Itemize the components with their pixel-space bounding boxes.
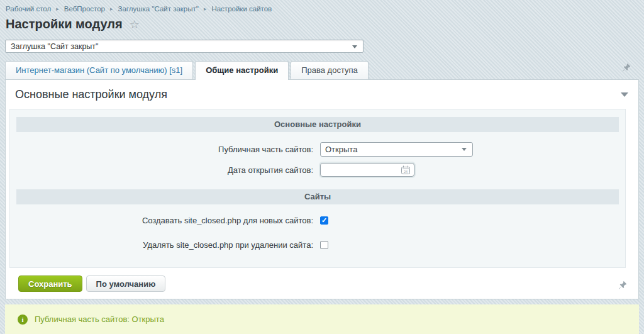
tab-label: Интернет-магазин (Сайт по умолчанию) [s1…: [16, 65, 182, 75]
module-settings-page: { "breadcrumb": { "separator": "\u25b8",…: [0, 0, 644, 334]
tab-site-s1[interactable]: Интернет-магазин (Сайт по умолчанию) [s1…: [5, 61, 193, 79]
open-date-input[interactable]: [323, 164, 401, 175]
tab-label: Права доступа: [301, 65, 358, 75]
delete-file-checkbox[interactable]: [320, 241, 328, 249]
form-row-create-file: Создавать site_closed.php для новых сайт…: [16, 216, 619, 225]
notification-bar: i Публичная часть сайтов: Открыта: [5, 304, 639, 334]
create-file-checkbox[interactable]: [320, 216, 328, 225]
section-title: Основные настройки модуля: [15, 88, 167, 101]
module-select[interactable]: Заглушка "Сайт закрыт": [5, 40, 364, 53]
default-button[interactable]: По умолчанию: [86, 276, 166, 292]
tab-access-rights[interactable]: Права доступа: [291, 61, 369, 79]
pin-icon[interactable]: [618, 281, 627, 292]
breadcrumb-separator-icon: ▸: [56, 6, 59, 12]
field-label: Дата открытия сайтов:: [16, 165, 318, 175]
chevron-down-icon: [352, 45, 357, 48]
group-header-main: Основные настройки: [16, 117, 619, 132]
field-label: Создавать site_closed.php для новых сайт…: [16, 216, 318, 225]
breadcrumb-separator-icon: ▸: [110, 6, 113, 12]
calendar-icon[interactable]: 24: [401, 165, 410, 174]
breadcrumb-item-desktop[interactable]: Рабочий стол: [6, 5, 51, 13]
breadcrumb-item-vendor[interactable]: ВебПростор: [64, 5, 105, 13]
form-row-delete-file: Удалять site_closed.php при удалении сай…: [16, 240, 619, 250]
settings-form: Основные настройки Публичная часть сайто…: [9, 109, 626, 268]
tab-label: Общие настройки: [206, 65, 278, 75]
breadcrumb-item-module[interactable]: Заглушка "Сайт закрыт": [118, 5, 199, 13]
svg-text:24: 24: [404, 170, 408, 174]
tab-bar: Интернет-магазин (Сайт по умолчанию) [s1…: [5, 61, 644, 79]
module-select-value: Заглушка "Сайт закрыт": [11, 42, 99, 51]
notification-text: Публичная часть сайтов: Открыта: [35, 315, 164, 324]
page-title: Настройки модуля: [6, 17, 123, 31]
button-row: Сохранить По умолчанию: [6, 268, 638, 293]
title-row: Настройки модуля ☆: [6, 17, 644, 31]
save-button[interactable]: Сохранить: [18, 276, 82, 292]
panel-header: Основные настройки модуля: [6, 80, 638, 109]
group-header-sites: Сайты: [16, 189, 619, 204]
field-label: Удалять site_closed.php при удалении сай…: [16, 240, 318, 250]
info-icon: i: [18, 315, 28, 325]
settings-panel: Основные настройки модуля Основные настр…: [5, 79, 639, 299]
breadcrumb-separator-icon: ▸: [204, 6, 207, 12]
breadcrumb-item-site-settings[interactable]: Настройки сайтов: [211, 5, 272, 13]
public-part-select[interactable]: Открыта: [320, 142, 473, 157]
public-part-select-value: Открыта: [325, 145, 357, 154]
collapse-section-icon[interactable]: [621, 92, 628, 97]
breadcrumb: Рабочий стол ▸ ВебПростор ▸ Заглушка "Са…: [0, 0, 644, 13]
form-row-open-date: Дата открытия сайтов: 24: [16, 163, 619, 177]
field-label: Публичная часть сайтов:: [16, 145, 318, 154]
favorite-star-icon[interactable]: ☆: [130, 19, 140, 30]
open-date-box: 24: [320, 163, 414, 177]
chevron-down-icon: [462, 148, 467, 151]
tab-general-settings[interactable]: Общие настройки: [195, 61, 289, 80]
form-row-public-part: Публичная часть сайтов: Открыта: [16, 142, 619, 157]
